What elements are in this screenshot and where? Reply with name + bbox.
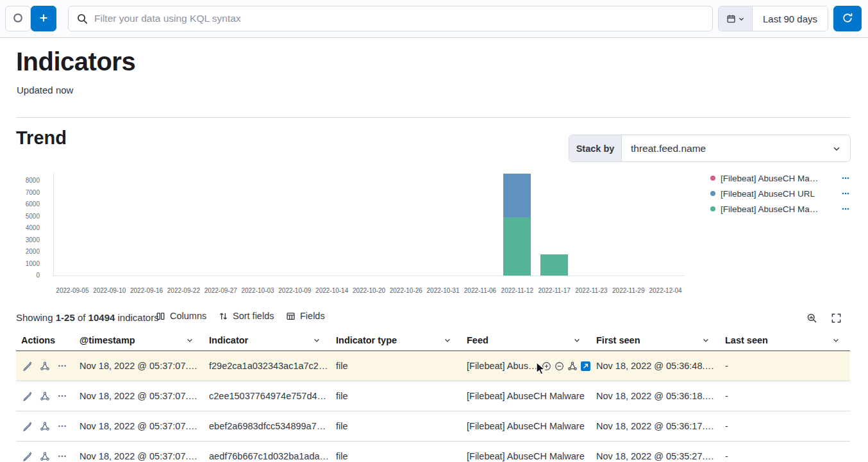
legend-dot xyxy=(710,191,715,196)
bar-segment xyxy=(540,254,568,276)
refresh-button[interactable] xyxy=(833,6,862,31)
chevron-down-icon[interactable] xyxy=(313,336,321,344)
cell-timestamp: Nov 18, 2022 @ 05:37:07.… xyxy=(74,361,204,371)
chevron-down-icon[interactable] xyxy=(702,336,710,344)
column-header-label: Indicator type xyxy=(336,335,397,345)
saved-query-menu-button[interactable] xyxy=(5,6,31,31)
stack-by-label: Stack by xyxy=(569,135,622,161)
fields-button[interactable]: Fields xyxy=(286,311,325,321)
y-axis-line xyxy=(53,173,54,276)
x-tick-label: 2022-10-09 xyxy=(278,287,311,294)
table-body: Nov 18, 2022 @ 05:37:07.…f29e2ca1a032343… xyxy=(16,351,850,462)
chevron-down-icon[interactable] xyxy=(832,336,840,344)
columns-button[interactable]: Columns xyxy=(156,311,206,321)
x-tick-label: 2022-09-27 xyxy=(204,287,237,294)
chart-legend: [Filebeat] AbuseCH Ma…[Filebeat] AbuseCH… xyxy=(710,170,850,217)
cell-first-seen: Nov 18, 2022 @ 05:35:27.… xyxy=(591,451,720,461)
chevron-down-icon[interactable] xyxy=(444,336,451,344)
saved-query-menu-icon xyxy=(12,12,24,26)
column-header-feed[interactable]: Feed xyxy=(462,335,591,345)
table-row: Nov 18, 2022 @ 05:37:07.…c2ee15037764974… xyxy=(16,381,850,411)
x-tick-label: 2022-09-22 xyxy=(167,287,200,294)
investigate-in-timeline-icon[interactable] xyxy=(40,421,50,431)
sort-fields-button[interactable]: Sort fields xyxy=(219,311,274,321)
investigate-in-timeline-icon[interactable] xyxy=(567,361,578,371)
cell-first-seen: Nov 18, 2022 @ 05:36:17.… xyxy=(591,421,720,431)
chevron-down-icon[interactable] xyxy=(573,336,581,344)
more-actions-icon[interactable] xyxy=(57,361,67,371)
column-header-label: Indicator xyxy=(209,335,248,345)
more-actions-icon[interactable] xyxy=(57,421,67,431)
column-header-label: Feed xyxy=(467,335,488,345)
stack-by-select[interactable]: Stack by threat.feed.name xyxy=(569,135,851,162)
legend-item[interactable]: [Filebeat] AbuseCH Ma… xyxy=(710,201,850,217)
edit-icon[interactable] xyxy=(22,361,33,371)
feed-value: [Filebeat] AbuseCH Malware xyxy=(467,421,585,431)
filter-out-icon[interactable] xyxy=(555,361,564,371)
column-header--timestamp[interactable]: @timestamp xyxy=(74,335,204,345)
investigate-in-timeline-icon[interactable] xyxy=(40,361,50,371)
legend-item[interactable]: [Filebeat] AbuseCH Ma… xyxy=(710,170,850,186)
cell-feed: [Filebeat] AbuseCH Malware xyxy=(462,391,591,401)
y-tick-label: 7000 xyxy=(12,190,40,196)
table-row: Nov 18, 2022 @ 05:37:07.…aedf76b667c1d03… xyxy=(16,441,850,462)
fields-icon xyxy=(286,311,296,321)
column-header-actions: Actions xyxy=(16,335,74,345)
column-header-indicator[interactable]: Indicator xyxy=(204,335,331,345)
cell-indicator-type: file xyxy=(331,361,462,371)
indicators-table: Actions@timestampIndicatorIndicator type… xyxy=(16,330,850,462)
edit-icon[interactable] xyxy=(22,391,33,401)
date-quick-select-button[interactable] xyxy=(719,6,753,31)
cell-first-seen: Nov 18, 2022 @ 05:36:18.… xyxy=(591,391,720,401)
updated-status: Updated now xyxy=(17,85,73,95)
feed-value: [Filebeat] AbuseCH Malware xyxy=(467,451,585,461)
y-tick-label: 1000 xyxy=(12,261,40,267)
legend-label: [Filebeat] AbuseCH Ma… xyxy=(721,174,818,183)
stack-by-value: threat.feed.name xyxy=(631,143,706,154)
column-header-first-seen[interactable]: First seen xyxy=(591,335,720,345)
trend-chart: 010002000300040005000600070008000 2022-0… xyxy=(0,170,868,308)
x-tick-label: 2022-09-10 xyxy=(93,287,126,294)
cell-last-seen: - xyxy=(720,391,850,401)
x-tick-label: 2022-11-06 xyxy=(464,287,496,294)
edit-icon[interactable] xyxy=(22,451,33,461)
column-header-indicator-type[interactable]: Indicator type xyxy=(331,335,462,345)
kql-search-bar[interactable] xyxy=(68,6,713,31)
row-actions xyxy=(16,451,74,461)
date-range-value[interactable]: Last 90 days xyxy=(753,6,828,31)
cell-last-seen: - xyxy=(720,361,850,371)
chevron-down-icon[interactable] xyxy=(186,336,194,344)
x-tick-label: 2022-11-12 xyxy=(501,287,533,294)
legend-more-actions-icon[interactable] xyxy=(841,204,850,213)
investigate-in-timeline-icon[interactable] xyxy=(40,391,50,401)
legend-item[interactable]: [Filebeat] AbuseCH URL xyxy=(710,186,850,201)
add-filter-button[interactable] xyxy=(31,6,56,31)
cell-indicator: f29e2ca1a032343ac1a7c2… xyxy=(204,361,331,371)
cell-feed: [Filebeat] AbuseCH Malware xyxy=(462,421,591,431)
summary-range: 1-25 xyxy=(56,312,75,323)
filter-for-icon[interactable] xyxy=(542,361,551,371)
columns-icon xyxy=(156,311,165,321)
y-tick-label: 6000 xyxy=(12,201,40,208)
kql-search-input[interactable] xyxy=(94,13,705,24)
legend-more-actions-icon[interactable] xyxy=(841,189,850,198)
bar-segment xyxy=(503,174,531,218)
column-header-last-seen[interactable]: Last seen xyxy=(720,335,850,345)
more-actions-icon[interactable] xyxy=(57,391,67,401)
add-to-timeline-icon[interactable] xyxy=(581,361,590,371)
legend-more-actions-icon[interactable] xyxy=(841,174,850,183)
row-actions xyxy=(16,391,74,401)
investigate-in-timeline-icon[interactable] xyxy=(40,451,50,461)
fullscreen-button[interactable] xyxy=(828,310,844,326)
grid-toolbar: Showing 1-25 of 10494 indicators Columns… xyxy=(16,309,850,327)
sort-fields-icon xyxy=(219,311,228,321)
column-header-label: Actions xyxy=(21,335,55,345)
bar-segment xyxy=(503,217,531,276)
more-actions-icon[interactable] xyxy=(57,451,67,461)
cell-feed: [Filebeat] AbuseCH Malware xyxy=(462,451,591,461)
edit-icon[interactable] xyxy=(22,421,33,431)
inspect-button[interactable] xyxy=(803,310,820,326)
chevron-down-icon xyxy=(832,144,841,153)
cell-indicator-type: file xyxy=(331,451,462,461)
page-title: Indicators xyxy=(16,47,135,76)
